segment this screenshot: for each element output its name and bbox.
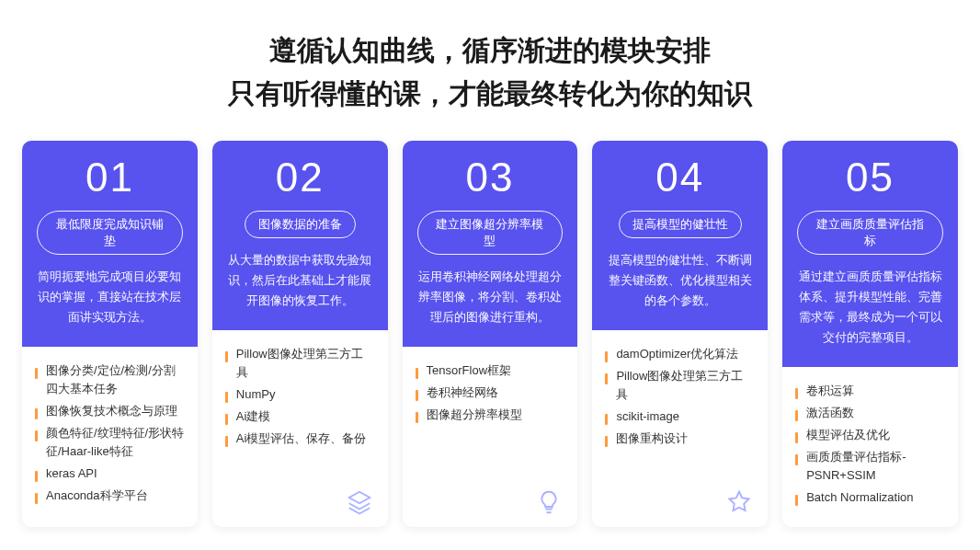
card-number: 04 (607, 157, 753, 198)
hero-heading: 遵循认知曲线，循序渐进的模块安排 只有听得懂的课，才能最终转化为你的知识 (0, 0, 980, 141)
card-item-list: TensorFlow框架卷积神经网络图像超分辨率模型 (416, 361, 565, 424)
card-number: 01 (37, 157, 183, 198)
card-badge: 建立图像超分辨率模型 (417, 211, 564, 255)
list-item: keras API (35, 464, 185, 483)
card-number: 05 (797, 157, 943, 198)
list-item: 卷积运算 (795, 382, 945, 400)
card-item-list: 图像分类/定位/检测/分割四大基本任务图像恢复技术概念与原理颜色特征/纹理特征/… (35, 361, 185, 506)
module-card: 01最低限度完成知识铺垫简明扼要地完成项目必要知识的掌握，直接站在技术层面讲实现… (22, 141, 198, 527)
card-description: 提高模型的健壮性、不断调整关键函数、优化模型相关的各个参数。 (607, 251, 753, 312)
card-number: 03 (417, 157, 564, 198)
hero-line1: 遵循认知曲线，循序渐进的模块安排 (0, 29, 980, 73)
layers-icon (346, 488, 373, 516)
list-item: 图像恢复技术概念与原理 (35, 402, 185, 420)
card-body: damOptimizer优化算法Pillow图像处理第三方工具scikit-im… (592, 330, 768, 528)
list-item: 颜色特征/纹理特征/形状特征/Haar-like特征 (35, 424, 185, 461)
card-description: 简明扼要地完成项目必要知识的掌握，直接站在技术层面讲实现方法。 (37, 268, 183, 328)
cards-row: 01最低限度完成知识铺垫简明扼要地完成项目必要知识的掌握，直接站在技术层面讲实现… (0, 141, 980, 527)
bulb-icon (535, 488, 563, 516)
card-description: 运用卷积神经网络处理超分辨率图像，将分割、卷积处理后的图像进行重构。 (417, 268, 564, 328)
list-item: 激活函数 (795, 404, 945, 422)
card-badge: 最低限度完成知识铺垫 (37, 211, 183, 255)
list-item: 图像超分辨率模型 (416, 406, 565, 424)
list-item: Ai建模 (225, 407, 375, 426)
list-item: Pillow图像处理第三方工具 (605, 367, 755, 404)
card-item-list: 卷积运算激活函数模型评估及优化画质质量评估指标-PSNR+SSIMBatch N… (795, 382, 945, 508)
card-number: 02 (227, 157, 373, 198)
list-item: TensorFlow框架 (416, 361, 565, 380)
card-badge: 建立画质质量评估指标 (797, 211, 943, 255)
list-item: Ai模型评估、保存、备份 (225, 430, 375, 448)
module-card: 05建立画质质量评估指标通过建立画质质量评估指标体系、提升模型性能、完善需求等，… (782, 141, 958, 527)
card-badge: 提高模型的健壮性 (619, 211, 742, 238)
card-header: 01最低限度完成知识铺垫简明扼要地完成项目必要知识的掌握，直接站在技术层面讲实现… (22, 141, 198, 347)
card-header: 04提高模型的健壮性提高模型的健壮性、不断调整关键函数、优化模型相关的各个参数。 (592, 141, 768, 330)
module-card: 04提高模型的健壮性提高模型的健壮性、不断调整关键函数、优化模型相关的各个参数。… (592, 141, 768, 527)
list-item: damOptimizer优化算法 (605, 345, 755, 363)
card-description: 从大量的数据中获取先验知识，然后在此基础上才能展开图像的恢复工作。 (227, 251, 373, 312)
card-item-list: Pillow图像处理第三方工具NumPyAi建模Ai模型评估、保存、备份 (225, 345, 375, 449)
star-icon (725, 488, 753, 516)
list-item: scikit-image (605, 407, 755, 426)
card-header: 05建立画质质量评估指标通过建立画质质量评估指标体系、提升模型性能、完善需求等，… (782, 141, 958, 367)
list-item: 图像重构设计 (605, 430, 755, 448)
module-card: 02图像数据的准备从大量的数据中获取先验知识，然后在此基础上才能展开图像的恢复工… (212, 141, 388, 527)
list-item: 模型评估及优化 (795, 426, 945, 444)
list-item: Pillow图像处理第三方工具 (225, 345, 375, 382)
module-card: 03建立图像超分辨率模型运用卷积神经网络处理超分辨率图像，将分割、卷积处理后的图… (403, 141, 578, 527)
list-item: NumPy (225, 385, 375, 404)
list-item: 图像分类/定位/检测/分割四大基本任务 (35, 361, 185, 398)
list-item: 画质质量评估指标-PSNR+SSIM (795, 448, 945, 485)
card-item-list: damOptimizer优化算法Pillow图像处理第三方工具scikit-im… (605, 345, 755, 449)
hero-line2: 只有听得懂的课，才能最终转化为你的知识 (0, 73, 980, 116)
card-header: 03建立图像超分辨率模型运用卷积神经网络处理超分辨率图像，将分割、卷积处理后的图… (403, 141, 578, 347)
card-body: TensorFlow框架卷积神经网络图像超分辨率模型 (403, 347, 578, 528)
list-item: 卷积神经网络 (416, 384, 565, 402)
list-item: Anaconda科学平台 (35, 487, 185, 505)
card-body: 卷积运算激活函数模型评估及优化画质质量评估指标-PSNR+SSIMBatch N… (782, 367, 958, 528)
card-badge: 图像数据的准备 (245, 211, 356, 238)
card-header: 02图像数据的准备从大量的数据中获取先验知识，然后在此基础上才能展开图像的恢复工… (212, 141, 388, 330)
list-item: Batch Normalization (795, 488, 945, 507)
card-description: 通过建立画质质量评估指标体系、提升模型性能、完善需求等，最终成为一个可以交付的完… (797, 268, 943, 349)
card-body: Pillow图像处理第三方工具NumPyAi建模Ai模型评估、保存、备份 (212, 330, 388, 528)
card-body: 图像分类/定位/检测/分割四大基本任务图像恢复技术概念与原理颜色特征/纹理特征/… (22, 347, 198, 528)
